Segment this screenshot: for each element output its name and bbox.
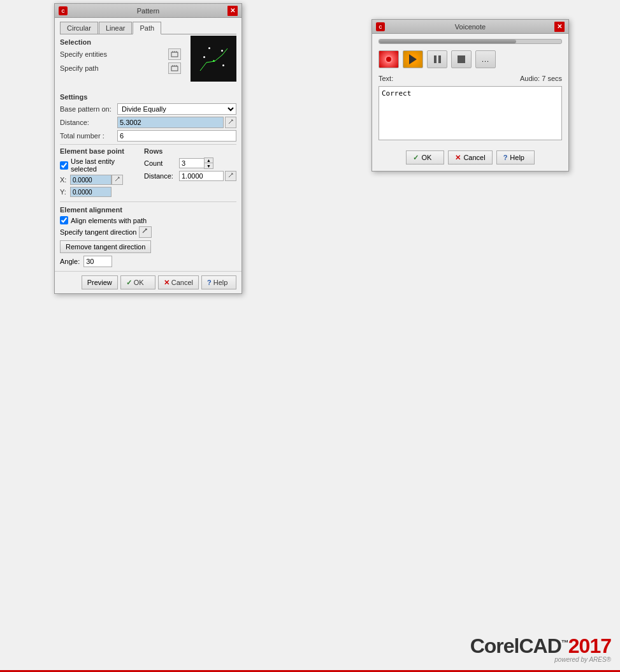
element-alignment-header: Element alignment	[60, 206, 236, 214]
total-number-row: Total number : 6	[60, 130, 236, 142]
rows-count-input[interactable]	[179, 158, 205, 168]
remove-tangent-button[interactable]: Remove tangent direction	[60, 240, 151, 253]
base-pattern-select[interactable]: Divide Equally	[117, 103, 236, 115]
vn-cancel-label: Cancel	[463, 154, 485, 161]
audio-controls: ...	[378, 50, 562, 68]
y-coord-row: Y:	[60, 187, 139, 197]
stop-button[interactable]	[451, 50, 472, 68]
titlebar-left: C	[59, 6, 68, 15]
element-base-point-header: Element base point	[60, 147, 139, 155]
align-checkbox-row: Align elements with path	[60, 216, 236, 224]
pattern-close-button[interactable]: ✕	[227, 6, 238, 16]
settings-section: Settings Base pattern on: Divide Equally…	[60, 93, 236, 142]
rows-section: Rows Count ▲ ▼ Distance:	[144, 147, 236, 199]
app-icon: C	[59, 6, 68, 15]
more-icon: ...	[482, 55, 489, 63]
corelcad-brand: CorelCAD™2017 powered by ARES®	[470, 636, 611, 663]
audio-label: Audio:	[520, 75, 540, 82]
vn-help-label: Help	[510, 154, 524, 161]
distance-input[interactable]	[117, 117, 224, 128]
align-elements-checkbox[interactable]	[60, 216, 68, 224]
pause-icon	[434, 55, 441, 63]
voicenote-title: Voicenote	[455, 23, 486, 31]
voicenote-content: ... Text: Audio: 7 secs Correct ✓ OK ✕ C…	[372, 34, 568, 171]
y-input[interactable]	[70, 187, 112, 197]
brand-name-container: CorelCAD™2017	[470, 636, 611, 656]
rows-count-spinner[interactable]: ▲ ▼	[204, 157, 213, 169]
specify-path-row: Specify path	[60, 62, 181, 74]
distance-pick-button[interactable]	[225, 117, 236, 128]
pattern-dialog-buttons: Preview ✓ OK ✕ Cancel ? Help	[55, 271, 242, 293]
voicenote-cancel-button[interactable]: ✕ Cancel	[448, 150, 492, 164]
preview-canvas	[191, 36, 236, 82]
voicenote-close-button[interactable]: ✕	[554, 22, 565, 32]
help-q-icon: ?	[207, 279, 212, 286]
play-button[interactable]	[403, 50, 423, 68]
base-point-rows-section: Element base point Use last entity selec…	[60, 147, 236, 199]
angle-label: Angle:	[60, 258, 80, 265]
specify-path-label: Specify path	[60, 64, 99, 72]
selection-section: Selection Specify entities Specify path	[60, 38, 181, 74]
specify-path-button[interactable]	[168, 62, 181, 74]
voicenote-help-button[interactable]: ? Help	[496, 150, 535, 164]
voicenote-text-input[interactable]: Correct	[378, 86, 562, 140]
stop-icon	[458, 55, 465, 63]
tangent-label: Specify tangent direction	[60, 228, 136, 236]
rows-header: Rows	[144, 147, 236, 155]
voicenote-buttons: ✓ OK ✕ Cancel ? Help	[378, 147, 562, 166]
pattern-content: Circular Linear Path Selection	[55, 18, 242, 271]
tab-path[interactable]: Path	[133, 22, 161, 34]
more-button[interactable]: ...	[475, 50, 496, 68]
brand-tm: ™	[561, 638, 568, 647]
angle-input[interactable]	[83, 256, 112, 267]
x-input[interactable]	[70, 175, 112, 185]
element-base-point-section: Element base point Use last entity selec…	[60, 147, 139, 199]
pattern-ok-button[interactable]: ✓ OK	[120, 275, 155, 289]
svg-rect-6	[171, 66, 178, 71]
preview-button[interactable]: Preview	[82, 275, 118, 289]
audio-info-row: Text: Audio: 7 secs	[378, 75, 562, 82]
audio-info: Audio: 7 secs	[520, 75, 562, 82]
base-pattern-label: Base pattern on:	[60, 105, 117, 113]
audio-progress-bar[interactable]	[378, 39, 562, 44]
tangent-row: Specify tangent direction	[60, 226, 236, 238]
tab-linear[interactable]: Linear	[99, 22, 133, 34]
rows-distance-input[interactable]	[179, 171, 224, 181]
align-elements-label: Align elements with path	[71, 217, 147, 224]
play-icon	[409, 54, 417, 64]
brand-year: 2017	[568, 634, 611, 657]
preview-label: Preview	[87, 279, 112, 286]
rows-count-row: Count ▲ ▼	[144, 157, 236, 169]
remove-tangent-row: Remove tangent direction	[60, 240, 236, 253]
distance-label: Distance:	[60, 119, 117, 126]
spinner-down[interactable]: ▼	[205, 163, 213, 168]
use-last-entity-row: Use last entity selected	[60, 157, 139, 173]
pause-button[interactable]	[427, 50, 447, 68]
tab-circular[interactable]: Circular	[60, 22, 98, 34]
cancel-x-icon: ✕	[164, 279, 169, 287]
tangent-pick-button[interactable]	[139, 226, 152, 238]
brand-name-text: CorelCAD	[470, 634, 561, 657]
rows-distance-pick-button[interactable]	[225, 171, 236, 181]
pattern-dialog: C Pattern ✕ Circular Linear Path	[54, 3, 242, 294]
record-icon	[385, 55, 393, 63]
pattern-help-button[interactable]: ? Help	[201, 275, 236, 289]
audio-duration: 7 secs	[542, 75, 562, 82]
progress-bar-fill	[379, 40, 516, 43]
vn-app-icon: C	[376, 22, 385, 31]
spinner-up[interactable]: ▲	[205, 158, 213, 163]
x-pick-button[interactable]	[112, 175, 123, 185]
voicenote-ok-button[interactable]: ✓ OK	[406, 150, 444, 164]
vn-ok-label: OK	[421, 154, 431, 161]
use-last-entity-checkbox[interactable]	[60, 161, 68, 170]
specify-entities-row: Specify entities	[60, 48, 181, 60]
svg-text:C: C	[61, 9, 64, 13]
specify-entities-button[interactable]	[168, 48, 181, 60]
pattern-tabs: Circular Linear Path	[60, 22, 236, 34]
record-button[interactable]	[378, 50, 399, 68]
ok-check-icon: ✓	[126, 279, 132, 287]
pattern-titlebar: C Pattern ✕	[55, 4, 242, 18]
pattern-cancel-button[interactable]: ✕ Cancel	[158, 275, 199, 289]
brand-name: CorelCAD™2017	[470, 634, 611, 657]
text-label: Text:	[378, 75, 393, 82]
